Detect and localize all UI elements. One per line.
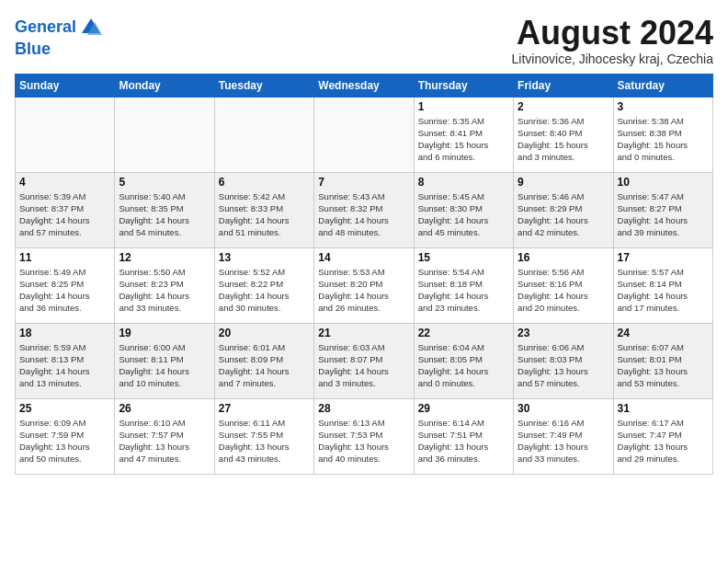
day-info: Sunrise: 6:13 AMSunset: 7:53 PMDaylight:… bbox=[318, 417, 409, 465]
day-number: 20 bbox=[219, 327, 310, 339]
col-sunday: Sunday bbox=[16, 74, 115, 97]
day-info: Sunrise: 5:43 AMSunset: 8:32 PMDaylight:… bbox=[318, 190, 409, 239]
col-thursday: Thursday bbox=[414, 74, 513, 97]
day-number: 11 bbox=[19, 251, 110, 264]
day-info: Sunrise: 5:40 AMSunset: 8:35 PMDaylight:… bbox=[119, 190, 210, 239]
day-number: 3 bbox=[618, 100, 709, 113]
day-info: Sunrise: 5:46 AMSunset: 8:29 PMDaylight:… bbox=[518, 190, 609, 239]
table-row: 2Sunrise: 5:36 AMSunset: 8:40 PMDaylight… bbox=[514, 97, 613, 172]
table-row: 13Sunrise: 5:52 AMSunset: 8:22 PMDayligh… bbox=[214, 247, 313, 323]
col-friday: Friday bbox=[514, 74, 613, 97]
day-number: 16 bbox=[518, 251, 609, 264]
day-number: 30 bbox=[518, 402, 609, 415]
table-row: 15Sunrise: 5:54 AMSunset: 8:18 PMDayligh… bbox=[414, 247, 513, 323]
day-number: 19 bbox=[119, 327, 210, 339]
header: General Blue August 2024 Litvinovice, Ji… bbox=[15, 15, 713, 66]
day-info: Sunrise: 5:42 AMSunset: 8:33 PMDaylight:… bbox=[219, 190, 310, 239]
table-row: 23Sunrise: 6:06 AMSunset: 8:03 PMDayligh… bbox=[514, 323, 613, 398]
page: General Blue August 2024 Litvinovice, Ji… bbox=[0, 0, 728, 489]
day-number: 9 bbox=[518, 176, 609, 189]
day-info: Sunrise: 6:00 AMSunset: 8:11 PMDaylight:… bbox=[119, 341, 210, 390]
day-info: Sunrise: 5:59 AMSunset: 8:13 PMDaylight:… bbox=[19, 341, 110, 390]
day-info: Sunrise: 6:07 AMSunset: 8:01 PMDaylight:… bbox=[618, 341, 709, 390]
day-info: Sunrise: 6:09 AMSunset: 7:59 PMDaylight:… bbox=[19, 417, 110, 465]
day-number: 23 bbox=[518, 327, 609, 339]
logo-text-blue: Blue bbox=[15, 40, 104, 59]
calendar-week-row: 25Sunrise: 6:09 AMSunset: 7:59 PMDayligh… bbox=[16, 398, 713, 474]
month-title: August 2024 bbox=[512, 15, 713, 52]
day-info: Sunrise: 6:04 AMSunset: 8:05 PMDaylight:… bbox=[418, 341, 509, 390]
day-info: Sunrise: 5:45 AMSunset: 8:30 PMDaylight:… bbox=[418, 190, 509, 239]
table-row: 31Sunrise: 6:17 AMSunset: 7:47 PMDayligh… bbox=[613, 398, 712, 474]
day-number: 17 bbox=[618, 251, 709, 264]
table-row: 25Sunrise: 6:09 AMSunset: 7:59 PMDayligh… bbox=[16, 398, 115, 474]
col-tuesday: Tuesday bbox=[214, 74, 313, 97]
table-row: 16Sunrise: 5:56 AMSunset: 8:16 PMDayligh… bbox=[514, 247, 613, 323]
day-number: 29 bbox=[418, 402, 509, 415]
day-info: Sunrise: 6:14 AMSunset: 7:51 PMDaylight:… bbox=[418, 417, 509, 465]
day-number: 18 bbox=[19, 327, 110, 339]
table-row: 14Sunrise: 5:53 AMSunset: 8:20 PMDayligh… bbox=[314, 247, 414, 323]
calendar-week-row: 18Sunrise: 5:59 AMSunset: 8:13 PMDayligh… bbox=[16, 323, 713, 398]
day-info: Sunrise: 5:52 AMSunset: 8:22 PMDaylight:… bbox=[219, 266, 310, 315]
table-row: 5Sunrise: 5:40 AMSunset: 8:35 PMDaylight… bbox=[115, 172, 214, 247]
day-info: Sunrise: 5:38 AMSunset: 8:38 PMDaylight:… bbox=[618, 115, 709, 164]
day-info: Sunrise: 6:03 AMSunset: 8:07 PMDaylight:… bbox=[318, 341, 409, 390]
day-info: Sunrise: 5:56 AMSunset: 8:16 PMDaylight:… bbox=[518, 266, 609, 315]
logo-icon bbox=[78, 15, 104, 40]
day-number: 15 bbox=[418, 251, 509, 264]
day-number: 31 bbox=[618, 402, 709, 415]
table-row: 21Sunrise: 6:03 AMSunset: 8:07 PMDayligh… bbox=[314, 323, 414, 398]
day-number: 24 bbox=[618, 327, 709, 339]
table-row: 17Sunrise: 5:57 AMSunset: 8:14 PMDayligh… bbox=[613, 247, 712, 323]
day-number: 5 bbox=[119, 176, 210, 189]
table-row: 3Sunrise: 5:38 AMSunset: 8:38 PMDaylight… bbox=[613, 97, 712, 172]
title-block: August 2024 Litvinovice, Jihocesky kraj,… bbox=[512, 15, 713, 66]
day-info: Sunrise: 5:54 AMSunset: 8:18 PMDaylight:… bbox=[418, 266, 509, 315]
day-number: 26 bbox=[119, 402, 210, 415]
table-row bbox=[115, 97, 214, 172]
table-row: 30Sunrise: 6:16 AMSunset: 7:49 PMDayligh… bbox=[514, 398, 613, 474]
day-info: Sunrise: 6:17 AMSunset: 7:47 PMDaylight:… bbox=[618, 417, 709, 465]
table-row: 9Sunrise: 5:46 AMSunset: 8:29 PMDaylight… bbox=[514, 172, 613, 247]
table-row bbox=[16, 97, 115, 172]
day-number: 22 bbox=[418, 327, 509, 339]
day-info: Sunrise: 5:35 AMSunset: 8:41 PMDaylight:… bbox=[418, 115, 509, 164]
table-row: 27Sunrise: 6:11 AMSunset: 7:55 PMDayligh… bbox=[214, 398, 313, 474]
table-row: 18Sunrise: 5:59 AMSunset: 8:13 PMDayligh… bbox=[16, 323, 115, 398]
day-number: 13 bbox=[219, 251, 310, 264]
table-row: 19Sunrise: 6:00 AMSunset: 8:11 PMDayligh… bbox=[115, 323, 214, 398]
table-row: 10Sunrise: 5:47 AMSunset: 8:27 PMDayligh… bbox=[613, 172, 712, 247]
day-number: 28 bbox=[318, 402, 409, 415]
logo: General Blue bbox=[15, 15, 104, 59]
table-row: 6Sunrise: 5:42 AMSunset: 8:33 PMDaylight… bbox=[214, 172, 313, 247]
day-number: 10 bbox=[618, 176, 709, 189]
col-monday: Monday bbox=[115, 74, 214, 97]
table-row: 4Sunrise: 5:39 AMSunset: 8:37 PMDaylight… bbox=[16, 172, 115, 247]
day-info: Sunrise: 6:11 AMSunset: 7:55 PMDaylight:… bbox=[219, 417, 310, 465]
col-wednesday: Wednesday bbox=[314, 74, 414, 97]
location-subtitle: Litvinovice, Jihocesky kraj, Czechia bbox=[512, 52, 713, 66]
table-row: 11Sunrise: 5:49 AMSunset: 8:25 PMDayligh… bbox=[16, 247, 115, 323]
day-number: 1 bbox=[418, 100, 509, 113]
day-number: 21 bbox=[318, 327, 409, 339]
day-info: Sunrise: 5:57 AMSunset: 8:14 PMDaylight:… bbox=[618, 266, 709, 315]
table-row bbox=[214, 97, 313, 172]
day-number: 8 bbox=[418, 176, 509, 189]
table-row: 8Sunrise: 5:45 AMSunset: 8:30 PMDaylight… bbox=[414, 172, 513, 247]
table-row: 1Sunrise: 5:35 AMSunset: 8:41 PMDaylight… bbox=[414, 97, 513, 172]
day-number: 14 bbox=[318, 251, 409, 264]
day-number: 12 bbox=[119, 251, 210, 264]
day-info: Sunrise: 6:16 AMSunset: 7:49 PMDaylight:… bbox=[518, 417, 609, 465]
day-number: 25 bbox=[19, 402, 110, 415]
day-info: Sunrise: 5:36 AMSunset: 8:40 PMDaylight:… bbox=[518, 115, 609, 164]
day-info: Sunrise: 5:53 AMSunset: 8:20 PMDaylight:… bbox=[318, 266, 409, 315]
calendar-week-row: 1Sunrise: 5:35 AMSunset: 8:41 PMDaylight… bbox=[16, 97, 713, 172]
table-row: 22Sunrise: 6:04 AMSunset: 8:05 PMDayligh… bbox=[414, 323, 513, 398]
table-row: 7Sunrise: 5:43 AMSunset: 8:32 PMDaylight… bbox=[314, 172, 414, 247]
table-row: 29Sunrise: 6:14 AMSunset: 7:51 PMDayligh… bbox=[414, 398, 513, 474]
table-row: 20Sunrise: 6:01 AMSunset: 8:09 PMDayligh… bbox=[214, 323, 313, 398]
calendar-week-row: 4Sunrise: 5:39 AMSunset: 8:37 PMDaylight… bbox=[16, 172, 713, 247]
table-row: 28Sunrise: 6:13 AMSunset: 7:53 PMDayligh… bbox=[314, 398, 414, 474]
day-info: Sunrise: 5:50 AMSunset: 8:23 PMDaylight:… bbox=[119, 266, 210, 315]
